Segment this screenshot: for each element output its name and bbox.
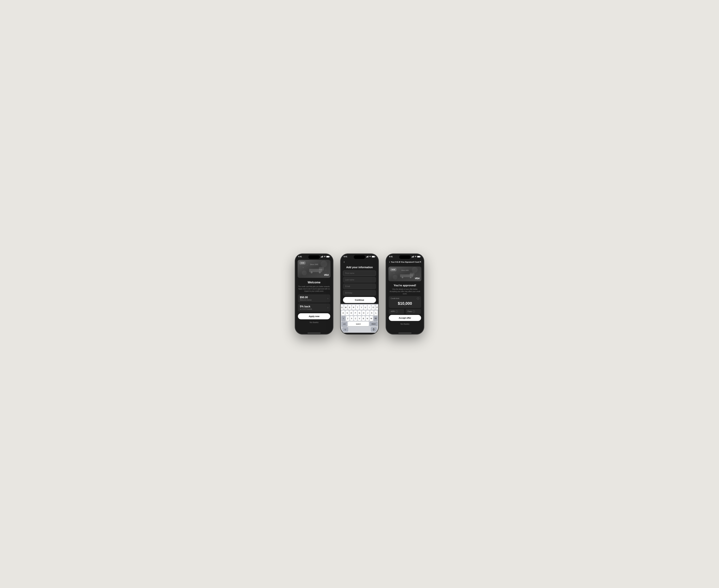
home-indicator-1 — [295, 332, 333, 334]
welcome-title: Welcome — [298, 281, 330, 284]
apr-fees-row: APR ? Fees ? — [389, 309, 421, 314]
credit-limit-label: Credit limit — [391, 297, 399, 299]
key-n[interactable]: N — [366, 316, 369, 321]
svg-rect-1 — [322, 256, 322, 257]
svg-text:✦: ✦ — [307, 265, 307, 266]
key-u[interactable]: U — [364, 305, 367, 310]
keyboard: Q W E R T Y U I O P A S D F G H — [341, 304, 378, 333]
svg-rect-31 — [413, 256, 414, 257]
reward-amount-1: $50.00 — [300, 296, 312, 299]
fees-box: Fees ? — [406, 309, 421, 314]
continue-button[interactable]: Continue — [343, 297, 376, 303]
svg-text:✦: ✦ — [393, 272, 394, 274]
birthday-input[interactable] — [343, 290, 376, 296]
no-thanks-button-3[interactable]: No thanks — [389, 322, 421, 326]
phone-1: 9:41 — [295, 254, 333, 334]
key-delete[interactable]: ⌫ — [373, 316, 378, 321]
key-r[interactable]: R — [352, 305, 355, 310]
keyboard-row-1: Q W E R T Y U I O P — [341, 305, 378, 310]
status-icons-1 — [321, 256, 330, 257]
key-y[interactable]: Y — [360, 305, 363, 310]
accept-offer-button[interactable]: Accept offer — [389, 315, 421, 321]
mic-button[interactable] — [371, 327, 377, 332]
phone-3: 9:41 — [386, 254, 424, 334]
svg-text:Since 1905: Since 1905 — [310, 264, 318, 266]
card-brand-3: H·E·B — [392, 269, 395, 271]
key-j[interactable]: J — [366, 311, 369, 315]
reward-label-2: on H-E-B brands — [300, 308, 312, 310]
key-c[interactable]: C — [354, 316, 357, 321]
svg-rect-23 — [372, 256, 374, 257]
key-e[interactable]: E — [348, 305, 351, 310]
key-x[interactable]: X — [350, 316, 353, 321]
wifi-icon — [324, 256, 326, 257]
first-name-input[interactable] — [343, 271, 376, 276]
key-numbers[interactable]: 123 — [341, 321, 347, 327]
apr-box: APR ? — [389, 309, 404, 314]
battery-icon-2 — [372, 256, 375, 257]
no-thanks-button-1[interactable]: No thanks — [298, 320, 330, 324]
nav-title-3: Your H-E-B Visa Signature® Card — [391, 261, 419, 263]
svg-text:✦: ✦ — [326, 270, 326, 271]
screen-2: ‹ Add your information Continue Q W E R … — [341, 258, 378, 334]
key-i[interactable]: I — [368, 305, 371, 310]
close-button-3[interactable]: ✕ — [419, 260, 422, 264]
back-button-2[interactable]: ‹ — [343, 259, 345, 264]
key-h[interactable]: H — [362, 311, 365, 315]
visa-logo-3: VISA — [415, 277, 419, 280]
reward-row-2[interactable]: 5% back on H-E-B brands › — [298, 303, 330, 312]
credit-limit-info-icon[interactable]: ? — [417, 297, 419, 299]
nav-bar-2: ‹ — [341, 258, 378, 265]
key-k[interactable]: K — [370, 311, 373, 315]
back-button-3[interactable]: ‹ — [388, 259, 391, 264]
key-shift[interactable]: ⇧ — [341, 316, 346, 321]
reward-row-1[interactable]: $50.00 Welcome bonus › — [298, 294, 330, 302]
key-q[interactable]: Q — [341, 305, 344, 310]
phones-container: 9:41 — [295, 254, 424, 334]
battery-icon — [326, 256, 330, 257]
last-name-input[interactable] — [343, 277, 376, 282]
svg-text:✦: ✦ — [416, 275, 417, 276]
key-m[interactable]: M — [370, 316, 373, 321]
key-d[interactable]: D — [350, 311, 353, 315]
svg-point-36 — [412, 267, 418, 273]
mic-icon — [373, 328, 375, 331]
approved-section: You're approved! View the details of you… — [386, 282, 424, 332]
key-w[interactable]: W — [344, 305, 347, 310]
svg-rect-3 — [323, 256, 323, 257]
key-space[interactable]: space — [348, 321, 369, 326]
apply-now-button[interactable]: Apply now — [298, 313, 330, 319]
emoji-button[interactable]: ☺ — [342, 327, 348, 332]
key-g[interactable]: G — [358, 311, 361, 315]
email-input[interactable] — [343, 284, 376, 289]
key-t[interactable]: T — [356, 305, 359, 310]
card-logo-3: H·E·B — [390, 268, 396, 271]
keyboard-bottom-row: 123 space return — [341, 321, 378, 327]
svg-rect-5 — [327, 256, 329, 257]
screen-1: ✦ ✦ ✦ Since 1905 H·E·B VISA Welcome The … — [295, 258, 333, 334]
apr-info-icon[interactable]: ? — [395, 310, 398, 313]
key-f[interactable]: F — [354, 311, 357, 315]
key-p[interactable]: P — [375, 305, 378, 310]
key-return[interactable]: return — [369, 321, 378, 326]
card-logo-1: H·E·B — [300, 261, 305, 265]
form-title: Add your information — [341, 265, 378, 271]
fees-info-icon[interactable]: ? — [413, 310, 415, 313]
status-icons-2 — [366, 256, 375, 257]
key-s[interactable]: S — [346, 311, 349, 315]
svg-point-40 — [410, 277, 411, 278]
status-time-3: 9:41 — [389, 256, 393, 257]
approved-title: You're approved! — [389, 284, 421, 287]
screen1-content: Welcome The credit card that gets you be… — [295, 279, 333, 332]
chevron-icon-2: › — [327, 306, 328, 309]
key-a[interactable]: A — [341, 311, 345, 315]
svg-rect-13 — [319, 267, 324, 271]
key-o[interactable]: O — [372, 305, 375, 310]
svg-rect-20 — [367, 256, 368, 257]
card-brand-1: H·E·B — [301, 262, 304, 264]
svg-rect-30 — [413, 256, 413, 257]
key-l[interactable]: L — [374, 311, 378, 315]
key-z[interactable]: Z — [346, 316, 349, 321]
key-b[interactable]: B — [362, 316, 365, 321]
key-v[interactable]: V — [358, 316, 361, 321]
